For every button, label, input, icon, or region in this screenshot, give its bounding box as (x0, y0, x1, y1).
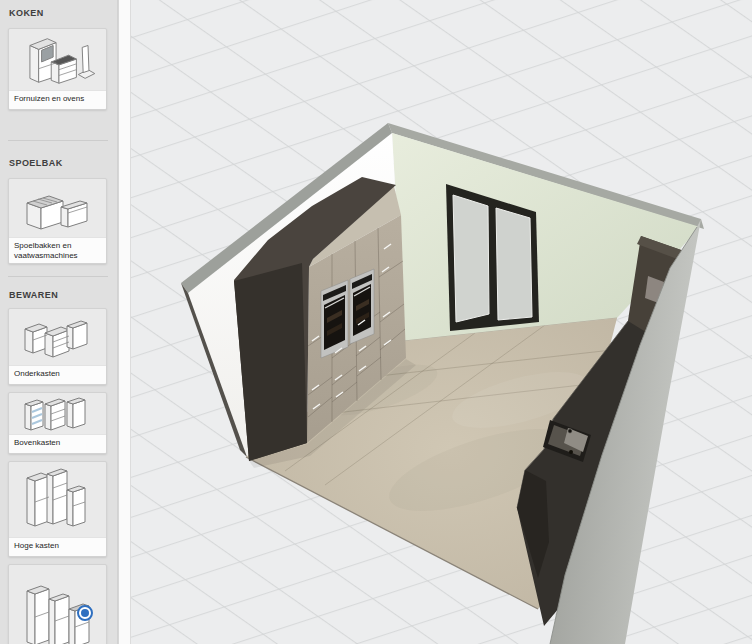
catalog-card-spoelbakken[interactable]: Spoelbakken en vaatwasmachines (8, 178, 107, 264)
tall-cabinets-illustration-icon (9, 462, 106, 537)
sidebar-scrollbar[interactable] (118, 0, 131, 644)
section-title-bewaren: BEWAREN (9, 290, 58, 300)
catalog-card-hoge-kasten-2[interactable] (8, 564, 107, 644)
base-cabinets-illustration-icon (9, 309, 106, 365)
stove-oven-illustration-icon (9, 29, 106, 90)
card-label: Hoge kasten (9, 537, 106, 556)
tall-cabinets-variant-illustration-icon (9, 565, 106, 644)
card-label: Bovenkasten (9, 434, 106, 453)
catalog-card-fornuizen[interactable]: Fornuizen en ovens (8, 28, 107, 110)
wall-cabinets-illustration-icon (9, 393, 106, 434)
catalog-card-hoge-kasten[interactable]: Hoge kasten (8, 461, 107, 557)
built-in-oven-2[interactable] (350, 269, 374, 344)
section-title-koken: KOKEN (9, 8, 44, 18)
card-label: Fornuizen en ovens (9, 90, 106, 109)
selected-badge-icon (77, 605, 93, 621)
section-divider (8, 276, 108, 277)
built-in-oven-1[interactable] (321, 280, 348, 358)
section-title-spoelbak: SPOELBAK (9, 158, 63, 168)
card-label: Spoelbakken en vaatwasmachines (9, 237, 106, 263)
card-label: Onderkasten (9, 365, 106, 384)
catalog-card-onderkasten[interactable]: Onderkasten (8, 308, 107, 385)
section-divider (8, 140, 108, 141)
catalog-sidebar: KOKEN (0, 0, 118, 644)
catalog-card-bovenkasten[interactable]: Bovenkasten (8, 392, 107, 454)
sink-dishwasher-illustration-icon (9, 179, 106, 237)
